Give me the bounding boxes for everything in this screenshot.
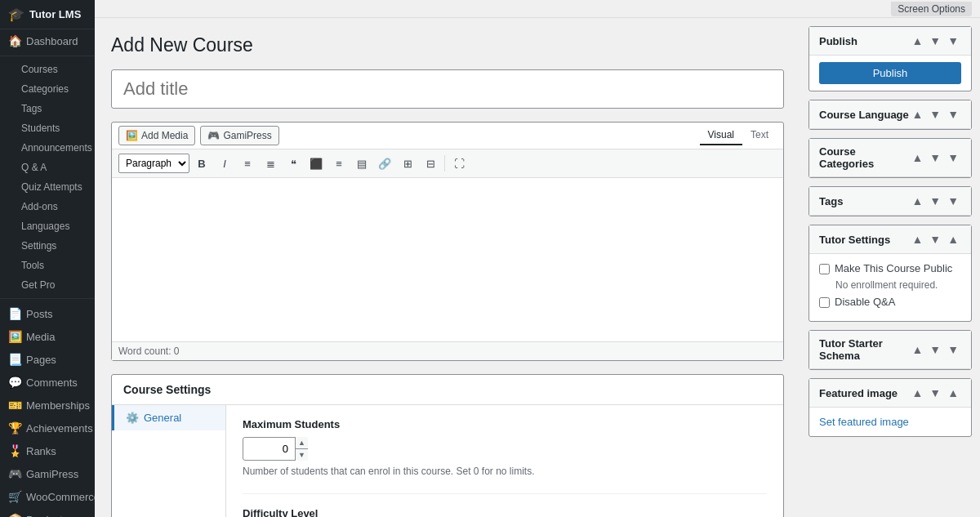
fullscreen-button[interactable]: ⛶ xyxy=(448,153,470,174)
course-title-input[interactable] xyxy=(111,69,784,109)
publish-panel-controls: ▲ ▼ ▼ xyxy=(909,33,961,48)
sidebar-item-memberships[interactable]: 🎫Memberships xyxy=(0,394,95,417)
editor-body[interactable] xyxy=(112,178,783,341)
course-language-up[interactable]: ▲ xyxy=(909,107,925,122)
sidebar-item-qa[interactable]: Q & A xyxy=(0,158,95,177)
sidebar-item-ranks[interactable]: 🎖️Ranks xyxy=(0,439,95,462)
tags-up[interactable]: ▲ xyxy=(909,194,925,208)
max-students-label: Maximum Students xyxy=(243,418,767,430)
sidebar-item-products[interactable]: 📦Products xyxy=(0,508,95,517)
panel-publish: Publish ▲ ▼ ▼ Publish xyxy=(808,26,972,91)
schema-down[interactable]: ▼ xyxy=(927,342,943,357)
media-label: Media xyxy=(26,331,55,343)
tab-visual[interactable]: Visual xyxy=(700,126,742,145)
sidebar-item-get-pro[interactable]: Get Pro xyxy=(0,275,95,295)
dashboard-icon: 🏠 xyxy=(8,34,21,47)
make-public-checkbox[interactable] xyxy=(819,264,830,274)
sidebar-item-tools[interactable]: Tools xyxy=(0,256,95,275)
sidebar-item-gamipress[interactable]: 🎮GamiPress xyxy=(0,462,95,485)
publish-panel-down[interactable]: ▼ xyxy=(927,33,943,48)
course-categories-up[interactable]: ▲ xyxy=(909,150,925,165)
grid-button[interactable]: ⊟ xyxy=(420,153,441,174)
gamipress-button[interactable]: 🎮 GamiPress xyxy=(200,126,278,145)
general-tab-label: General xyxy=(144,412,181,424)
course-categories-close[interactable]: ▼ xyxy=(945,150,961,165)
sidebar-item-announcements[interactable]: Announcements xyxy=(0,138,95,158)
tutor-settings-up[interactable]: ▲ xyxy=(909,232,925,247)
woocommerce-label: WooCommerce xyxy=(26,491,95,503)
featured-image-body: Set featured image xyxy=(809,408,971,436)
sidebar-item-courses[interactable]: Courses xyxy=(0,60,95,79)
sidebar-item-categories[interactable]: Categories xyxy=(0,79,95,99)
sidebar-item-media[interactable]: 🖼️Media xyxy=(0,325,95,348)
course-language-title: Course Language xyxy=(819,109,909,121)
sidebar-item-comments[interactable]: 💬Comments xyxy=(0,371,95,394)
make-public-label[interactable]: Make This Course Public xyxy=(835,262,952,274)
difficulty-field: Difficulty Level All Levels Beginner xyxy=(243,507,767,517)
paragraph-select[interactable]: Paragraph xyxy=(118,154,189,173)
screen-options-button[interactable]: Screen Options xyxy=(891,2,972,16)
align-center-button[interactable]: ≡ xyxy=(328,153,350,174)
sidebar-item-add-ons[interactable]: Add-ons xyxy=(0,197,95,216)
publish-panel-close[interactable]: ▼ xyxy=(945,33,961,48)
featured-image-down[interactable]: ▼ xyxy=(927,386,943,400)
ordered-list-button[interactable]: ≣ xyxy=(260,153,281,174)
link-button[interactable]: 🔗 xyxy=(374,153,395,174)
editor-area: Add New Course 🖼️ Add Media 🎮 GamiPr xyxy=(95,18,800,517)
sidebar-brand[interactable]: 🎓 Tutor LMS xyxy=(0,0,95,29)
tags-down[interactable]: ▼ xyxy=(927,194,943,208)
sidebar-item-languages[interactable]: Languages xyxy=(0,216,95,236)
align-right-button[interactable]: ▤ xyxy=(351,153,372,174)
table-button[interactable]: ⊞ xyxy=(397,153,418,174)
sidebar-item-dashboard[interactable]: 🏠 Dashboard xyxy=(0,29,95,52)
settings-tab-general[interactable]: ⚙️ General xyxy=(112,405,225,430)
featured-image-close[interactable]: ▲ xyxy=(945,386,961,400)
comments-label: Comments xyxy=(26,377,78,389)
media-icon: 🖼️ xyxy=(8,330,21,343)
bold-button[interactable]: B xyxy=(191,153,212,174)
schema-close[interactable]: ▼ xyxy=(945,342,961,357)
publish-panel-up[interactable]: ▲ xyxy=(909,33,925,48)
course-language-down[interactable]: ▼ xyxy=(927,107,943,122)
panel-course-categories: Course Categories ▲ ▼ ▼ xyxy=(808,138,972,178)
tutor-settings-close[interactable]: ▲ xyxy=(945,232,961,247)
sidebar-item-students[interactable]: Students xyxy=(0,118,95,138)
course-language-close[interactable]: ▼ xyxy=(945,107,961,122)
disable-qa-checkbox[interactable] xyxy=(819,297,830,308)
sidebar-item-achievements[interactable]: 🏆Achievements xyxy=(0,417,95,439)
field-divider xyxy=(243,493,767,494)
sidebar-item-posts[interactable]: 📄Posts xyxy=(0,302,95,325)
featured-image-up[interactable]: ▲ xyxy=(909,386,925,400)
sidebar-item-quiz-attempts[interactable]: Quiz Attempts xyxy=(0,177,95,197)
sidebar-item-pages[interactable]: 📃Pages xyxy=(0,348,95,371)
sidebar-item-tags[interactable]: Tags xyxy=(0,99,95,118)
tags-close[interactable]: ▼ xyxy=(945,194,961,208)
blockquote-button[interactable]: ❝ xyxy=(283,153,304,174)
unordered-list-button[interactable]: ≡ xyxy=(237,153,258,174)
italic-button[interactable]: I xyxy=(214,153,235,174)
sidebar-item-woocommerce[interactable]: 🛒WooCommerce xyxy=(0,485,95,508)
disable-qa-label[interactable]: Disable Q&A xyxy=(835,296,895,308)
tutor-settings-down[interactable]: ▼ xyxy=(927,232,943,247)
bottom-sidebar-group: 📄Posts🖼️Media📃Pages💬Comments🎫Memberships… xyxy=(0,302,95,517)
settings-body: ⚙️ General Maximum Students xyxy=(112,405,783,517)
achievements-icon: 🏆 xyxy=(8,421,21,435)
spinner-down[interactable]: ▼ xyxy=(296,449,308,461)
set-featured-image-link[interactable]: Set featured image xyxy=(819,416,909,428)
align-left-button[interactable]: ⬛ xyxy=(305,153,327,174)
add-media-button[interactable]: 🖼️ Add Media xyxy=(118,126,195,145)
tab-text[interactable]: Text xyxy=(742,126,777,145)
course-categories-down[interactable]: ▼ xyxy=(927,150,943,165)
publish-button[interactable]: Publish xyxy=(819,62,961,84)
tutor-settings-header: Tutor Settings ▲ ▼ ▲ xyxy=(809,225,971,254)
editor-footer: Word count: 0 xyxy=(112,341,783,360)
editor-toolbar: Paragraph B I ≡ ≣ ❝ ⬛ ≡ ▤ 🔗 ⊞ ⊟ xyxy=(112,149,783,178)
gear-icon: ⚙️ xyxy=(126,412,139,424)
schema-up[interactable]: ▲ xyxy=(909,342,925,357)
sidebar-item-settings[interactable]: Settings xyxy=(0,236,95,256)
make-public-sublabel: No enrollment required. xyxy=(835,279,961,291)
gamipress-label: GamiPress xyxy=(26,468,78,480)
tags-panel-controls: ▲ ▼ ▼ xyxy=(909,194,961,208)
panel-featured-image: Featured image ▲ ▼ ▲ Set featured image xyxy=(808,378,972,437)
spinner-up[interactable]: ▲ xyxy=(296,437,308,449)
